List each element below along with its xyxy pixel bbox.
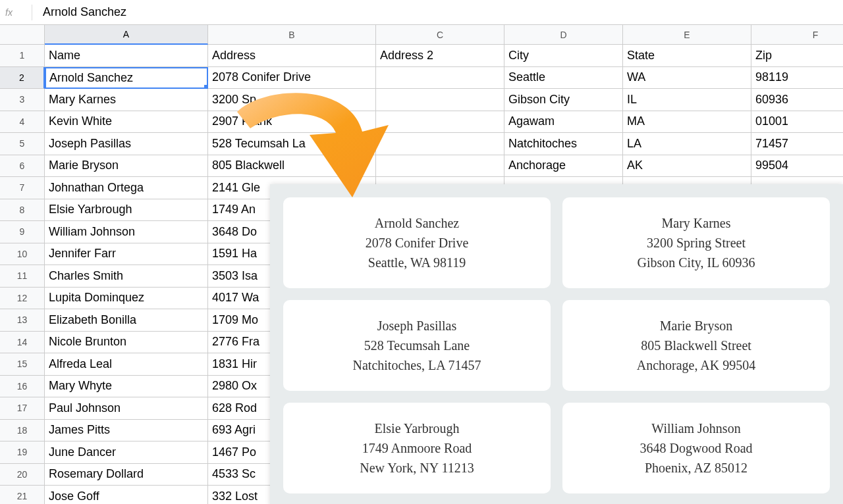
row-header[interactable]: 3 [0,89,45,111]
cell[interactable]: 3200 Sp [208,89,376,111]
cell[interactable]: Mary Whyte [45,376,208,398]
col-header-e[interactable]: E [623,25,751,45]
row-header[interactable]: 12 [0,288,45,310]
row-header[interactable]: 9 [0,221,45,243]
cell[interactable] [376,89,504,111]
col-header-d[interactable]: D [504,25,623,45]
formula-divider [32,5,32,20]
cell[interactable]: Arnold Sanchez [45,67,208,89]
cell[interactable]: 01001 [751,111,843,134]
cell[interactable]: Name [45,45,208,67]
formula-input[interactable]: Arnold Sanchez [43,5,126,19]
cell[interactable]: Paul Johnson [45,397,208,420]
row-header[interactable]: 21 [0,486,45,504]
cell[interactable]: Marie Bryson [45,155,208,178]
label-card: Arnold Sanchez 2078 Conifer Drive Seattl… [283,197,551,288]
col-header-a[interactable]: A [45,25,208,45]
row-header[interactable]: 6 [0,155,45,178]
col-header-b[interactable]: B [208,25,376,45]
row-header[interactable]: 14 [0,332,45,354]
cell[interactable]: 805 Blackwell [208,155,376,178]
cell[interactable]: AK [623,155,751,178]
cell[interactable]: Address 2 [376,45,504,67]
row-header[interactable]: 5 [0,133,45,155]
cell[interactable]: 71457 [751,133,843,155]
row-header[interactable]: 17 [0,397,45,420]
fx-icon: fx [5,7,32,18]
cell[interactable]: Elsie Yarbrough [45,199,208,222]
cell[interactable]: Jennifer Farr [45,243,208,266]
cell[interactable]: Address [208,45,376,67]
cell[interactable]: MA [623,111,751,134]
cell[interactable]: Jose Goff [45,486,208,504]
cell[interactable]: James Pitts [45,420,208,442]
cell[interactable]: State [623,45,751,67]
label-name: Elsie Yarbrough [375,418,460,438]
cell[interactable]: Alfreda Leal [45,353,208,376]
cell[interactable]: June Dancer [45,441,208,464]
cell[interactable]: Nicole Brunton [45,332,208,354]
cell[interactable]: William Johnson [45,221,208,243]
cell[interactable] [376,67,504,89]
cell[interactable]: IL [623,89,751,111]
label-address: 805 Blackwell Street [641,336,751,355]
cell[interactable]: Elizabeth Bonilla [45,309,208,332]
cell[interactable]: Natchitoches [504,133,623,155]
cell[interactable]: Gibson City [504,89,623,111]
label-card: William Johnson 3648 Dogwood Road Phoeni… [562,403,830,493]
table-row: 3Mary Karnes3200 SpGibson CityIL60936 [0,89,843,111]
cell[interactable]: Anchorage [504,155,623,178]
cell[interactable]: Seattle [504,67,623,89]
label-citystate: Gibson City, IL 60936 [637,253,755,272]
cell[interactable]: 2078 Conifer Drive [208,67,376,89]
row-header[interactable]: 13 [0,309,45,332]
cell[interactable]: Charles Smith [45,265,208,288]
column-headers-row: A B C D E F [0,25,843,45]
cell[interactable]: 99504 [751,155,843,178]
row-header[interactable]: 16 [0,376,45,398]
labels-preview-panel: Arnold Sanchez 2078 Conifer Drive Seattl… [270,184,843,504]
row-header[interactable]: 20 [0,464,45,486]
cell[interactable]: Mary Karnes [45,89,208,111]
cell[interactable]: 528 Tecumsah La [208,133,376,155]
cell[interactable]: Joseph Pasillas [45,133,208,155]
cell[interactable]: 2907 Frank [208,111,376,134]
row-header[interactable]: 11 [0,265,45,288]
row-header[interactable]: 7 [0,177,45,199]
row-header[interactable]: 19 [0,441,45,464]
row-header[interactable]: 2 [0,67,45,89]
cell[interactable]: Kevin White [45,111,208,134]
label-name: William Johnson [651,418,740,438]
col-header-f[interactable]: F [751,25,843,45]
cell[interactable]: Lupita Dominquez [45,288,208,310]
row-header[interactable]: 1 [0,45,45,67]
row-header[interactable]: 4 [0,111,45,134]
cell[interactable]: Zip [751,45,843,67]
cell[interactable] [376,111,504,134]
cell[interactable]: LA [623,133,751,155]
label-name: Mary Karnes [662,213,731,233]
label-citystate: Natchitoches, LA 71457 [353,355,481,375]
cell[interactable]: WA [623,67,751,89]
label-citystate: Seattle, WA 98119 [368,253,466,272]
label-citystate: New York, NY 11213 [360,458,474,478]
cell[interactable]: Agawam [504,111,623,134]
label-card: Mary Karnes 3200 Spring Street Gibson Ci… [562,197,830,288]
cell[interactable]: 60936 [751,89,843,111]
row-header[interactable]: 8 [0,199,45,222]
cell[interactable] [376,155,504,178]
label-name: Arnold Sanchez [375,213,459,233]
row-header[interactable]: 10 [0,243,45,266]
cell[interactable] [376,133,504,155]
label-citystate: Phoenix, AZ 85012 [645,458,748,478]
select-all-corner[interactable] [0,25,45,45]
row-header[interactable]: 15 [0,353,45,376]
row-header[interactable]: 18 [0,420,45,442]
formula-bar[interactable]: fx Arnold Sanchez [0,0,843,25]
cell[interactable]: Johnathan Ortega [45,177,208,199]
label-address: 3200 Spring Street [647,233,746,253]
cell[interactable]: City [504,45,623,67]
col-header-c[interactable]: C [376,25,504,45]
cell[interactable]: Rosemary Dollard [45,464,208,486]
cell[interactable]: 98119 [751,67,843,89]
